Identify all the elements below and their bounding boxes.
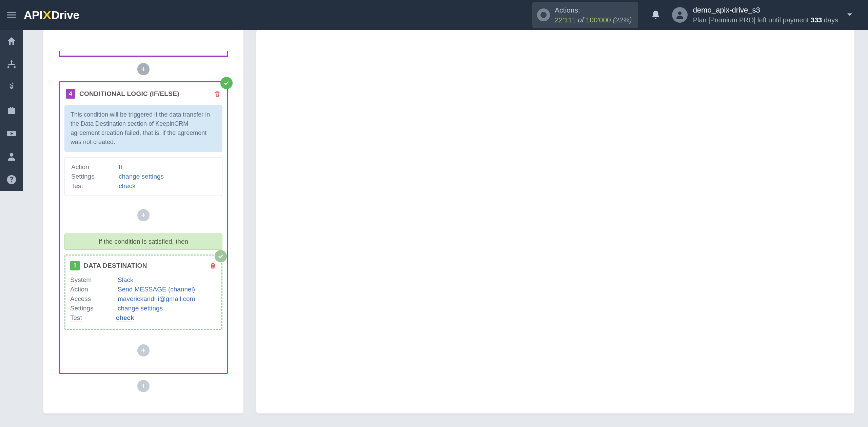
test-link[interactable]: check [119,182,136,190]
row-system: System Slack [70,275,217,285]
add-step-after-button[interactable] [137,380,150,392]
nav-home[interactable] [0,30,23,53]
status-success-icon [220,77,233,89]
top-bar: API X Drive Actions: 22'111 of 100'000 (… [0,0,868,30]
card-header: 4 CONDITIONAL LOGIC (IF/ELSE) [60,82,227,103]
actions-used: 22'111 [555,16,576,24]
system-label: System [70,276,118,284]
nested-title: DATA DESTINATION [84,262,209,269]
nav-briefcase[interactable] [0,99,23,122]
logo-text-x: X [43,8,51,22]
nested-test-label: Test [70,314,82,322]
test-label: Test [71,182,119,190]
svg-point-3 [678,12,682,15]
expand-user-menu[interactable] [845,10,854,20]
row-action: Action If [71,162,216,172]
actions-pct: (22%) [611,16,632,24]
conditional-logic-card: 4 CONDITIONAL LOGIC (IF/ELSE) This condi… [59,81,228,374]
step-number-4: 4 [66,89,75,99]
nav-video[interactable] [0,122,23,145]
main-area: 4 CONDITIONAL LOGIC (IF/ELSE) This condi… [23,30,868,427]
nested-settings-link[interactable]: change settings [118,305,163,312]
nested-header: 1 DATA DESTINATION [65,256,221,274]
actions-label: Actions: [555,5,632,15]
workflow-column: 4 CONDITIONAL LOGIC (IF/ELSE) This condi… [43,30,243,413]
logo[interactable]: API X Drive [24,8,79,22]
logo-text-left: API [24,8,42,22]
add-inner-step-button[interactable] [137,209,150,221]
nested-body: System Slack Action Send MESSAGE (channe… [65,274,221,328]
access-label: Access [70,295,118,303]
system-value[interactable]: Slack [118,276,133,284]
action-label: Action [71,163,119,171]
plan-suffix: days [822,16,838,24]
nested-test-link[interactable]: check [116,314,134,322]
actions-of: of [576,16,586,24]
nested-action-label: Action [70,286,118,293]
svg-point-5 [10,153,14,157]
delete-nested-button[interactable] [209,262,217,270]
settings-label: Settings [71,173,119,180]
delete-step-button[interactable] [214,90,221,98]
nested-step-number: 1 [70,261,80,270]
svg-point-7 [11,181,12,182]
action-value[interactable]: If [119,163,122,171]
card-title: CONDITIONAL LOGIC (IF/ELSE) [79,90,214,98]
info-icon [537,8,550,21]
nav-account[interactable] [0,145,23,168]
logo-text-right: Drive [51,8,79,22]
nested-action-value[interactable]: Send MESSAGE (channel) [118,286,195,293]
plan-prefix: Plan |Premium PRO| left until payment [693,16,811,24]
nav-help[interactable] [0,168,23,191]
condition-description: This condition will be triggered if the … [64,105,222,152]
add-step-button[interactable] [137,63,150,75]
svg-point-2 [543,13,544,14]
row-test: Test check [71,181,216,191]
actions-text: Actions: 22'111 of 100'000 (22%) [555,5,632,25]
condition-settings: Action If Settings change settings Test … [64,157,222,196]
actions-usage-box[interactable]: Actions: 22'111 of 100'000 (22%) [532,2,638,28]
actions-total: 100'000 [586,16,611,24]
user-block[interactable]: demo_apix-drive_s3 Plan |Premium PRO| le… [672,5,838,25]
menu-button[interactable] [0,0,23,30]
svg-rect-1 [543,14,544,16]
plan-days: 333 [811,16,822,24]
left-rail [0,30,23,191]
row-nested-settings: Settings change settings [70,304,217,313]
branch-label: if the condition is satisfied, then [64,233,222,250]
nav-connections[interactable] [0,53,23,76]
nested-settings-label: Settings [70,305,118,312]
previous-step-card[interactable] [59,51,228,57]
user-info: demo_apix-drive_s3 Plan |Premium PRO| le… [693,5,838,25]
avatar-icon [672,7,688,23]
add-nested-step-button[interactable] [137,344,150,357]
row-nested-test: Test check [70,313,217,323]
row-access: Access maverickandrii@gmail.com [70,294,217,304]
settings-link[interactable]: change settings [119,173,164,180]
access-value[interactable]: maverickandrii@gmail.com [118,295,195,303]
data-destination-card: 1 DATA DESTINATION System Slack Action S… [64,255,222,330]
nav-billing[interactable] [0,76,23,99]
row-settings: Settings change settings [71,172,216,181]
detail-panel [256,30,854,413]
nested-status-icon [215,250,227,262]
row-nested-action: Action Send MESSAGE (channel) [70,285,217,294]
notifications-button[interactable] [648,10,663,20]
user-name: demo_apix-drive_s3 [693,5,838,16]
